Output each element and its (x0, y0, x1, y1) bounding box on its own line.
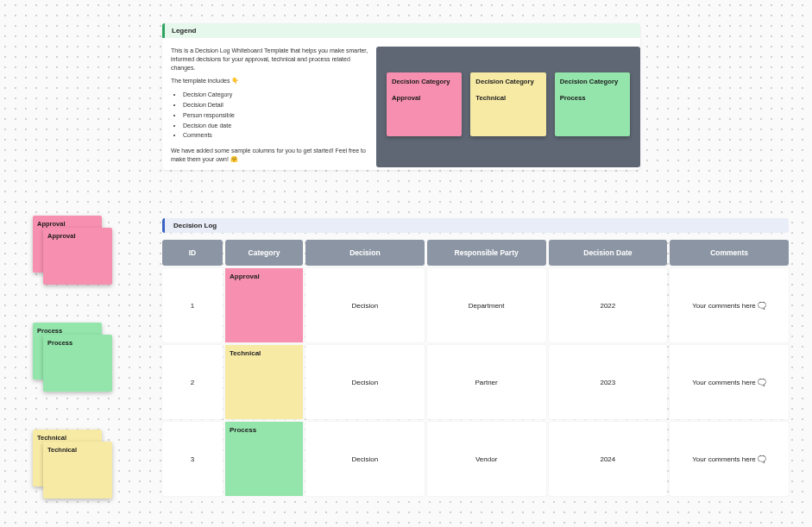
cell-party[interactable]: Vendor (427, 422, 546, 496)
sticky-stack-technical[interactable]: Technical Technical (33, 430, 112, 500)
cell-comments[interactable]: Your comments here 🗨️ (670, 422, 789, 496)
legend-bullet: Decision Category (183, 91, 369, 99)
cell-comments[interactable]: Your comments here 🗨️ (670, 268, 789, 342)
legend-panel: Legend This is a Decision Log Whiteboard… (162, 23, 640, 170)
decision-log-title: Decision Log (162, 218, 789, 233)
legend-includes-label: The template includes 👇 (171, 77, 369, 85)
cell-date[interactable]: 2023 (549, 345, 668, 419)
legend-bullet: Decision Detail (183, 101, 369, 110)
decision-log-table: ID Category Decision Responsible Party D… (162, 240, 789, 496)
swatch-header: Decision Category (560, 78, 625, 85)
sticky-note[interactable]: Technical (43, 442, 112, 499)
sticky-label: Process (37, 327, 62, 335)
decision-log-panel: Decision Log ID Category Decision Respon… (162, 218, 789, 496)
swatch-approval[interactable]: Decision Category Approval (387, 72, 462, 136)
legend-intro: This is a Decision Log Whiteboard Templa… (171, 47, 369, 72)
col-header-category: Category (225, 240, 303, 266)
cell-date[interactable]: 2024 (549, 422, 668, 496)
cell-id[interactable]: 1 (162, 268, 223, 342)
legend-bullet: Person responsible (183, 111, 369, 120)
swatch-label: Technical (475, 94, 540, 102)
legend-swatch-area: Decision Category Approval Decision Cate… (376, 47, 640, 167)
cell-decision[interactable]: Decision (305, 345, 425, 419)
swatch-technical[interactable]: Decision Category Technical (470, 72, 545, 136)
category-tag-technical: Technical (225, 345, 303, 419)
sticky-label: Approval (47, 232, 76, 240)
cell-decision[interactable]: Decision (305, 268, 425, 342)
cell-category[interactable]: Technical (225, 345, 303, 419)
legend-bullet: Comments (183, 131, 369, 140)
swatch-process[interactable]: Decision Category Process (555, 72, 630, 136)
cell-party[interactable]: Partner (427, 345, 546, 419)
swatch-header: Decision Category (475, 78, 540, 85)
col-header-decision: Decision (305, 240, 425, 266)
swatch-label: Approval (392, 94, 456, 102)
sticky-label: Approval (37, 220, 66, 228)
legend-bullet-list: Decision Category Decision Detail Person… (183, 91, 369, 140)
cell-comments[interactable]: Your comments here 🗨️ (670, 345, 789, 419)
sticky-stack-approval[interactable]: Approval Approval (33, 216, 112, 286)
col-header-comments: Comments (670, 240, 789, 266)
cell-id[interactable]: 3 (162, 422, 223, 496)
sticky-note[interactable]: Approval (43, 228, 112, 285)
cell-category[interactable]: Process (225, 422, 303, 496)
cell-party[interactable]: Department (427, 268, 546, 342)
sticky-label: Technical (47, 446, 77, 454)
cell-date[interactable]: 2022 (549, 268, 668, 342)
legend-title: Legend (162, 23, 640, 38)
sticky-label: Process (47, 339, 72, 347)
sticky-label: Technical (37, 434, 66, 442)
col-header-id: ID (162, 240, 223, 266)
sticky-stack-process[interactable]: Process Process (33, 323, 112, 393)
cell-id[interactable]: 2 (162, 345, 223, 419)
category-tag-process: Process (225, 422, 303, 496)
category-tag-approval: Approval (225, 268, 303, 342)
cell-decision[interactable]: Decision (305, 422, 425, 496)
legend-bullet: Decision due date (183, 122, 369, 130)
legend-body: This is a Decision Log Whiteboard Templa… (162, 38, 640, 178)
col-header-party: Responsible Party (427, 240, 546, 266)
swatch-header: Decision Category (392, 78, 456, 85)
legend-footer: We have added some sample columns for yo… (171, 147, 369, 164)
sticky-note[interactable]: Process (43, 335, 112, 392)
swatch-label: Process (560, 94, 625, 102)
col-header-date: Decision Date (549, 240, 668, 266)
cell-category[interactable]: Approval (225, 268, 303, 342)
legend-text: This is a Decision Log Whiteboard Templa… (171, 47, 376, 169)
